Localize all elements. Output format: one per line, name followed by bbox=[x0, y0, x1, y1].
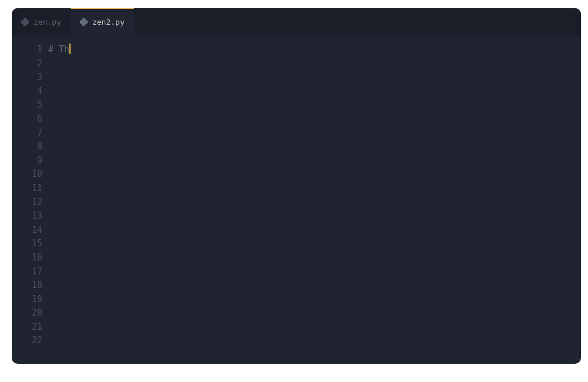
line-number: 8 bbox=[12, 140, 42, 154]
tab-label: zen2.py bbox=[92, 18, 125, 26]
line-number: 19 bbox=[12, 293, 42, 307]
line-number: 12 bbox=[12, 196, 42, 210]
code-line[interactable] bbox=[48, 334, 581, 348]
code-line[interactable] bbox=[48, 209, 581, 223]
code-line[interactable] bbox=[48, 167, 581, 182]
code-line[interactable] bbox=[48, 112, 581, 126]
code-line[interactable] bbox=[48, 237, 581, 251]
line-number: 1 bbox=[12, 43, 42, 57]
line-number: 2 bbox=[12, 57, 42, 71]
line-number: 7 bbox=[12, 126, 42, 140]
line-number: 11 bbox=[12, 182, 42, 196]
code-line[interactable] bbox=[48, 71, 581, 85]
line-number: 16 bbox=[12, 251, 42, 265]
code-line[interactable] bbox=[48, 306, 581, 320]
line-number: 18 bbox=[12, 279, 42, 293]
code-area[interactable]: # Th bbox=[48, 43, 581, 356]
line-number: 17 bbox=[12, 265, 42, 279]
line-number: 15 bbox=[12, 237, 42, 251]
code-line[interactable] bbox=[48, 140, 581, 154]
code-text: # Th bbox=[48, 44, 69, 55]
code-line[interactable] bbox=[48, 223, 581, 237]
tabbar: zen.py zen2.py bbox=[12, 8, 581, 35]
line-number: 21 bbox=[12, 320, 42, 334]
tab-zen-py[interactable]: zen.py bbox=[12, 8, 71, 35]
code-line[interactable] bbox=[48, 126, 581, 140]
code-line[interactable] bbox=[48, 57, 581, 71]
line-number: 6 bbox=[12, 112, 42, 126]
code-line[interactable] bbox=[48, 85, 581, 99]
line-number: 13 bbox=[12, 209, 42, 223]
line-number: 10 bbox=[12, 167, 42, 182]
line-number: 9 bbox=[12, 154, 42, 168]
line-number-gutter: 12345678910111213141516171819202122 bbox=[12, 43, 48, 356]
tab-label: zen.py bbox=[34, 18, 61, 26]
editor-body: 12345678910111213141516171819202122 # Th bbox=[12, 35, 581, 364]
code-line[interactable]: # Th bbox=[48, 43, 581, 57]
python-icon bbox=[80, 18, 88, 26]
code-line[interactable] bbox=[48, 154, 581, 168]
code-line[interactable] bbox=[48, 196, 581, 210]
tab-zen2-py[interactable]: zen2.py bbox=[71, 8, 134, 35]
text-cursor bbox=[69, 43, 71, 54]
line-number: 3 bbox=[12, 71, 42, 85]
line-number: 5 bbox=[12, 98, 42, 112]
code-line[interactable] bbox=[48, 293, 581, 307]
code-line[interactable] bbox=[48, 98, 581, 112]
editor-window: zen.py zen2.py 1234567891011121314151617… bbox=[12, 8, 581, 364]
code-line[interactable] bbox=[48, 251, 581, 265]
code-line[interactable] bbox=[48, 279, 581, 293]
line-number: 22 bbox=[12, 334, 42, 348]
line-number: 4 bbox=[12, 85, 42, 99]
line-number: 20 bbox=[12, 306, 42, 320]
code-line[interactable] bbox=[48, 320, 581, 334]
code-line[interactable] bbox=[48, 265, 581, 279]
code-line[interactable] bbox=[48, 182, 581, 196]
python-icon bbox=[21, 18, 29, 26]
line-number: 14 bbox=[12, 223, 42, 237]
